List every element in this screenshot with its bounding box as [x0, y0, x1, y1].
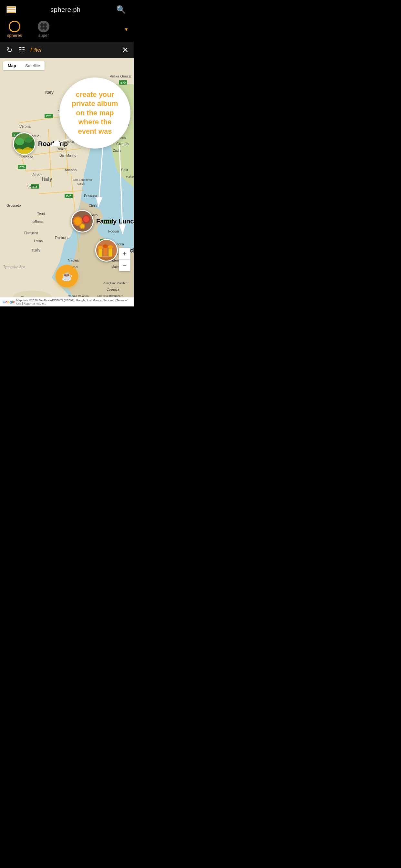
svg-text:San Benedetto: San Benedetto [73, 178, 92, 182]
svg-text:Tyrrhenian Sea: Tyrrhenian Sea [3, 265, 25, 269]
svg-text:Reggio Calabria: Reggio Calabria [68, 294, 89, 297]
app-title: sphere.ph [50, 6, 81, 13]
svg-point-91 [74, 218, 81, 225]
svg-text:Makari...: Makari... [126, 175, 134, 178]
toolbar: ↻ ☷ Filter ✕ [0, 42, 134, 58]
close-button[interactable]: ✕ [122, 45, 128, 55]
tab-super-label: super [38, 33, 49, 38]
family-lunch-pin[interactable]: Family Lunch [71, 210, 134, 232]
map-toggle: Map Satellite [3, 61, 44, 70]
svg-text:Siena: Siena [27, 184, 36, 188]
spheres-icon [9, 21, 20, 32]
svg-rect-102 [108, 245, 113, 249]
filter-text: Filter [30, 47, 118, 53]
svg-text:⊙Roma: ⊙Roma [32, 220, 43, 223]
svg-rect-98 [98, 246, 103, 249]
dropdown-arrow-icon: ▼ [124, 27, 128, 32]
svg-point-95 [81, 224, 85, 228]
svg-text:Latina: Latina [34, 239, 43, 243]
svg-text:Verona: Verona [19, 124, 31, 128]
road-trip-image [13, 132, 35, 155]
svg-text:Velika Gorica: Velika Gorica [110, 74, 131, 78]
wedding-image [95, 239, 118, 261]
map-toggle-satellite-button[interactable]: Satellite [21, 61, 44, 70]
svg-text:Grosseto: Grosseto [6, 204, 21, 207]
svg-text:Arezzo: Arezzo [32, 173, 42, 177]
svg-text:Corigliano Calabro: Corigliano Calabro [103, 282, 127, 285]
svg-point-88 [25, 137, 32, 143]
header: sphere.ph 🔍 [0, 0, 134, 18]
svg-text:Zadar: Zadar [113, 149, 122, 152]
create-album-fab-button[interactable]: ☕ [56, 265, 78, 287]
svg-text:Terni: Terni [37, 212, 45, 215]
svg-text:Cosenza: Cosenza [106, 288, 120, 291]
tab-spheres[interactable]: spheres [0, 20, 29, 39]
svg-text:Split: Split [121, 168, 128, 172]
super-icon [38, 21, 50, 32]
refresh-button[interactable]: ↻ [5, 44, 13, 56]
zoom-in-button[interactable]: + [119, 248, 130, 259]
zoom-out-button[interactable]: − [119, 259, 130, 271]
road-trip-pin[interactable]: Road Trip [13, 132, 68, 155]
svg-text:Chieti: Chieti [89, 204, 97, 207]
family-lunch-image [71, 210, 94, 232]
svg-text:E70: E70 [46, 115, 51, 118]
svg-rect-100 [103, 244, 108, 248]
tab-bar: spheres super ▼ [0, 18, 134, 42]
map-footer: Google Map data ©2020 GeoBasis-DE/BKG (©… [0, 297, 134, 306]
svg-text:E76: E76 [19, 166, 25, 169]
tooltip-text: create your private album on the map whe… [69, 90, 121, 136]
svg-rect-101 [109, 248, 112, 257]
svg-text:Pescara: Pescara [84, 194, 97, 197]
svg-text:Naples: Naples [68, 258, 79, 262]
svg-point-87 [16, 138, 24, 145]
svg-point-93 [83, 216, 89, 222]
search-button[interactable]: 🔍 [115, 4, 127, 16]
svg-text:Ascoli: Ascoli [77, 182, 85, 185]
svg-text:Catanzaro: Catanzaro [110, 294, 123, 297]
svg-text:Ancona: Ancona [65, 168, 77, 172]
svg-text:Italy: Italy [45, 90, 54, 95]
svg-text:Florence: Florence [19, 155, 33, 159]
svg-text:Italy: Italy [42, 176, 52, 182]
svg-text:Croatia: Croatia [116, 142, 129, 146]
family-lunch-label: Family Lunch [96, 218, 134, 225]
svg-text:Pa...: Pa... [21, 295, 27, 297]
svg-text:E45: E45 [66, 195, 71, 198]
tooltip-bubble: create your private album on the map whe… [59, 78, 130, 149]
tab-spheres-label: spheres [7, 33, 22, 38]
tab-more-dropdown[interactable]: ▼ [124, 27, 134, 32]
svg-rect-99 [104, 247, 107, 256]
svg-text:Frosinone: Frosinone [55, 236, 69, 240]
footer-text: Map data ©2020 GeoBasis-DE/BKG (©2009), … [16, 299, 131, 305]
grid-view-button[interactable]: ☷ [18, 44, 27, 56]
svg-text:Italy: Italy [32, 247, 41, 253]
svg-text:Fiumicino: Fiumicino [24, 231, 38, 235]
zoom-controls: + − [119, 248, 130, 271]
road-trip-label: Road Trip [38, 140, 68, 148]
google-logo: Google [3, 300, 15, 304]
touch-icon: ☕ [61, 271, 73, 282]
tab-super[interactable]: super [29, 20, 58, 39]
svg-text:E70: E70 [120, 81, 126, 84]
map-container[interactable]: E70 E70 E76 E35 E45 E55 E842 Verona Veni… [0, 58, 134, 297]
map-toggle-map-button[interactable]: Map [3, 61, 21, 70]
hamburger-menu-button[interactable] [6, 6, 16, 13]
svg-rect-97 [98, 249, 102, 257]
svg-rect-103 [96, 256, 117, 260]
